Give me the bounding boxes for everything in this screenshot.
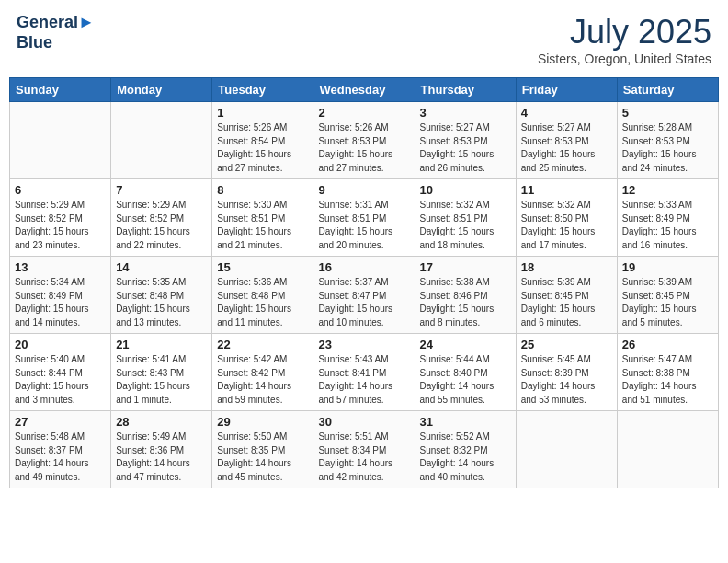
calendar-cell: 6Sunrise: 5:29 AMSunset: 8:52 PMDaylight… [10, 179, 111, 257]
day-number: 28 [116, 415, 207, 429]
calendar-cell: 11Sunrise: 5:32 AMSunset: 8:50 PMDayligh… [516, 179, 617, 257]
weekday-header: Thursday [415, 78, 516, 102]
calendar-cell: 26Sunrise: 5:47 AMSunset: 8:38 PMDayligh… [617, 334, 718, 411]
day-info: Sunrise: 5:26 AMSunset: 8:53 PMDaylight:… [318, 121, 409, 175]
calendar-table: SundayMondayTuesdayWednesdayThursdayFrid… [9, 77, 719, 488]
day-info: Sunrise: 5:40 AMSunset: 8:44 PMDaylight:… [15, 353, 106, 407]
calendar-cell [516, 411, 617, 488]
weekday-header: Saturday [617, 78, 718, 102]
day-info: Sunrise: 5:48 AMSunset: 8:37 PMDaylight:… [15, 431, 106, 484]
calendar-cell: 4Sunrise: 5:27 AMSunset: 8:53 PMDaylight… [516, 102, 617, 179]
day-number: 23 [318, 338, 409, 351]
calendar-cell: 29Sunrise: 5:50 AMSunset: 8:35 PMDayligh… [212, 411, 313, 488]
day-number: 3 [420, 106, 511, 120]
day-info: Sunrise: 5:34 AMSunset: 8:49 PMDaylight:… [15, 276, 106, 329]
calendar-cell: 3Sunrise: 5:27 AMSunset: 8:53 PMDaylight… [415, 102, 516, 179]
day-number: 18 [521, 260, 612, 274]
day-number: 21 [116, 338, 207, 351]
calendar-cell: 20Sunrise: 5:40 AMSunset: 8:44 PMDayligh… [10, 334, 111, 411]
calendar-cell: 17Sunrise: 5:38 AMSunset: 8:46 PMDayligh… [415, 257, 516, 334]
day-number: 11 [521, 183, 612, 197]
calendar-cell: 1Sunrise: 5:26 AMSunset: 8:54 PMDaylight… [212, 102, 313, 179]
day-info: Sunrise: 5:28 AMSunset: 8:53 PMDaylight:… [622, 121, 713, 175]
day-number: 13 [15, 260, 106, 274]
calendar-week-row: 6Sunrise: 5:29 AMSunset: 8:52 PMDaylight… [10, 179, 719, 257]
day-number: 26 [622, 338, 713, 351]
day-number: 27 [15, 415, 106, 429]
location-title: Sisters, Oregon, United States [538, 52, 711, 66]
day-info: Sunrise: 5:27 AMSunset: 8:53 PMDaylight:… [521, 121, 612, 175]
calendar-cell: 5Sunrise: 5:28 AMSunset: 8:53 PMDaylight… [617, 102, 718, 179]
day-number: 8 [217, 183, 308, 197]
day-info: Sunrise: 5:52 AMSunset: 8:32 PMDaylight:… [420, 431, 511, 484]
calendar-cell: 27Sunrise: 5:48 AMSunset: 8:37 PMDayligh… [10, 411, 111, 488]
day-info: Sunrise: 5:41 AMSunset: 8:43 PMDaylight:… [116, 353, 207, 407]
calendar-cell: 21Sunrise: 5:41 AMSunset: 8:43 PMDayligh… [111, 334, 212, 411]
month-title: July 2025 [538, 13, 711, 52]
calendar-cell: 19Sunrise: 5:39 AMSunset: 8:45 PMDayligh… [617, 257, 718, 334]
day-info: Sunrise: 5:43 AMSunset: 8:41 PMDaylight:… [318, 353, 409, 407]
day-number: 14 [116, 260, 207, 274]
day-number: 2 [318, 106, 409, 120]
day-info: Sunrise: 5:30 AMSunset: 8:51 PMDaylight:… [217, 199, 308, 252]
title-section: July 2025 Sisters, Oregon, United States [538, 13, 711, 66]
day-number: 15 [217, 260, 308, 274]
calendar-cell: 15Sunrise: 5:36 AMSunset: 8:48 PMDayligh… [212, 257, 313, 334]
calendar-week-row: 27Sunrise: 5:48 AMSunset: 8:37 PMDayligh… [10, 411, 719, 488]
day-info: Sunrise: 5:32 AMSunset: 8:51 PMDaylight:… [420, 199, 511, 252]
calendar-cell: 16Sunrise: 5:37 AMSunset: 8:47 PMDayligh… [313, 257, 415, 334]
day-info: Sunrise: 5:38 AMSunset: 8:46 PMDaylight:… [420, 276, 511, 329]
calendar-cell [10, 102, 111, 179]
calendar-cell: 25Sunrise: 5:45 AMSunset: 8:39 PMDayligh… [516, 334, 617, 411]
day-number: 5 [622, 106, 713, 120]
day-info: Sunrise: 5:29 AMSunset: 8:52 PMDaylight:… [116, 199, 207, 252]
day-number: 20 [15, 338, 106, 351]
calendar-cell: 22Sunrise: 5:42 AMSunset: 8:42 PMDayligh… [212, 334, 313, 411]
calendar-cell: 18Sunrise: 5:39 AMSunset: 8:45 PMDayligh… [516, 257, 617, 334]
day-number: 7 [116, 183, 207, 197]
calendar-cell: 28Sunrise: 5:49 AMSunset: 8:36 PMDayligh… [111, 411, 212, 488]
day-info: Sunrise: 5:51 AMSunset: 8:34 PMDaylight:… [318, 431, 409, 484]
weekday-header: Tuesday [212, 78, 313, 102]
day-info: Sunrise: 5:26 AMSunset: 8:54 PMDaylight:… [217, 121, 308, 175]
calendar-week-row: 20Sunrise: 5:40 AMSunset: 8:44 PMDayligh… [10, 334, 719, 411]
day-number: 1 [217, 106, 308, 120]
calendar-cell: 2Sunrise: 5:26 AMSunset: 8:53 PMDaylight… [313, 102, 415, 179]
day-info: Sunrise: 5:50 AMSunset: 8:35 PMDaylight:… [217, 431, 308, 484]
day-number: 19 [622, 260, 713, 274]
day-info: Sunrise: 5:36 AMSunset: 8:48 PMDaylight:… [217, 276, 308, 329]
day-number: 31 [420, 415, 511, 429]
calendar-cell: 31Sunrise: 5:52 AMSunset: 8:32 PMDayligh… [415, 411, 516, 488]
calendar-cell [111, 102, 212, 179]
calendar-header-row: SundayMondayTuesdayWednesdayThursdayFrid… [10, 78, 719, 102]
day-info: Sunrise: 5:32 AMSunset: 8:50 PMDaylight:… [521, 199, 612, 252]
day-info: Sunrise: 5:49 AMSunset: 8:36 PMDaylight:… [116, 431, 207, 484]
day-info: Sunrise: 5:27 AMSunset: 8:53 PMDaylight:… [420, 121, 511, 175]
calendar-cell [617, 411, 718, 488]
logo-text: General►Blue [17, 13, 95, 52]
calendar-cell: 7Sunrise: 5:29 AMSunset: 8:52 PMDaylight… [111, 179, 212, 257]
calendar-cell: 9Sunrise: 5:31 AMSunset: 8:51 PMDaylight… [313, 179, 415, 257]
day-info: Sunrise: 5:39 AMSunset: 8:45 PMDaylight:… [622, 276, 713, 329]
day-number: 17 [420, 260, 511, 274]
day-number: 29 [217, 415, 308, 429]
calendar-cell: 30Sunrise: 5:51 AMSunset: 8:34 PMDayligh… [313, 411, 415, 488]
day-number: 12 [622, 183, 713, 197]
calendar-cell: 14Sunrise: 5:35 AMSunset: 8:48 PMDayligh… [111, 257, 212, 334]
calendar-cell: 10Sunrise: 5:32 AMSunset: 8:51 PMDayligh… [415, 179, 516, 257]
day-number: 16 [318, 260, 409, 274]
day-number: 25 [521, 338, 612, 351]
page-header: General►Blue July 2025 Sisters, Oregon, … [9, 9, 719, 70]
day-info: Sunrise: 5:31 AMSunset: 8:51 PMDaylight:… [318, 199, 409, 252]
weekday-header: Wednesday [313, 78, 415, 102]
day-info: Sunrise: 5:44 AMSunset: 8:40 PMDaylight:… [420, 353, 511, 407]
day-number: 10 [420, 183, 511, 197]
day-number: 30 [318, 415, 409, 429]
day-info: Sunrise: 5:47 AMSunset: 8:38 PMDaylight:… [622, 353, 713, 407]
calendar-week-row: 1Sunrise: 5:26 AMSunset: 8:54 PMDaylight… [10, 102, 719, 179]
day-number: 9 [318, 183, 409, 197]
day-info: Sunrise: 5:37 AMSunset: 8:47 PMDaylight:… [318, 276, 409, 329]
calendar-week-row: 13Sunrise: 5:34 AMSunset: 8:49 PMDayligh… [10, 257, 719, 334]
day-info: Sunrise: 5:33 AMSunset: 8:49 PMDaylight:… [622, 199, 713, 252]
weekday-header: Monday [111, 78, 212, 102]
